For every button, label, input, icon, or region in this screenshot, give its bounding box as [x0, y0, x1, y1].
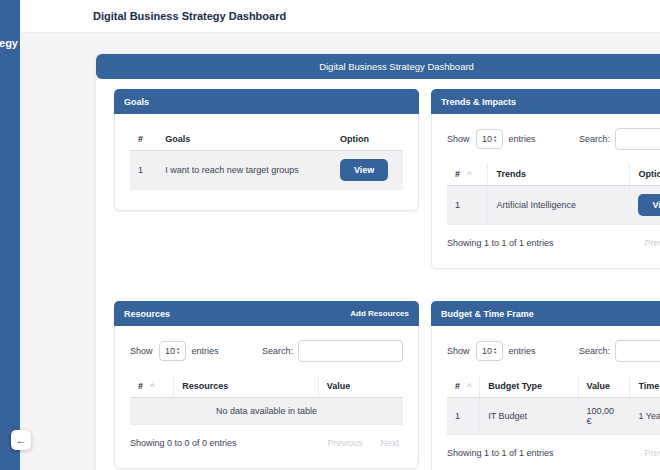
select-spinner-icon: ▴▾ — [177, 347, 179, 355]
trends-col-option: Option — [630, 163, 660, 186]
back-arrow-icon: ← — [16, 434, 27, 446]
goals-row-name: I want to reach new target groups — [157, 151, 332, 190]
trends-view-button[interactable]: View — [638, 194, 660, 216]
page-title: Digital Business Strategy Dashboard — [93, 10, 286, 22]
trends-panel: Trends & Impacts Show 10 ▴▾ entries — [431, 89, 660, 269]
dashboard-card: Digital Business Strategy Dashboard Goal… — [95, 53, 660, 470]
trends-row-num: 1 — [447, 186, 488, 225]
goals-col-name: Goals — [157, 128, 332, 151]
search-input[interactable] — [615, 128, 660, 150]
goals-panel: Goals # Goals Option 1 I want to re — [114, 89, 419, 211]
goals-panel-body: # Goals Option 1 I want to reach new tar… — [115, 114, 418, 210]
table-row: 1 IT Budget 100,00 € 1 Years — [447, 398, 660, 435]
resources-panel: Resources Add Resources Show 10 ▴▾ entri… — [114, 301, 419, 469]
resources-col-value[interactable]: Value — [318, 375, 403, 398]
trends-col-name[interactable]: Trends — [488, 163, 630, 186]
budget-panel: Budget & Time Frame Show 10 ▴▾ entries — [431, 301, 660, 470]
sort-asc-icon: ^ — [150, 382, 155, 391]
goals-row-num: 1 — [130, 151, 157, 190]
budget-row-type: IT Budget — [480, 398, 578, 435]
budget-row-num: 1 — [447, 398, 480, 435]
budget-col-type[interactable]: Budget Type — [480, 375, 578, 398]
sidebar-label: egy — [0, 37, 18, 49]
trends-table: #^ Trends Option 1 Artificial Intelligen… — [447, 163, 660, 225]
search-label: Search: — [579, 134, 610, 144]
entries-label: entries — [509, 134, 536, 144]
budget-info: Showing 1 to 1 of 1 entries — [447, 448, 554, 458]
goals-table: # Goals Option 1 I want to reach new tar… — [130, 128, 403, 190]
previous-button[interactable]: Previous — [327, 438, 362, 448]
budget-panel-title: Budget & Time Frame — [441, 309, 534, 319]
budget-panel-body: Show 10 ▴▾ entries Search: — [432, 326, 660, 470]
previous-button[interactable]: Previous — [644, 448, 660, 458]
resources-panel-title: Resources — [124, 309, 170, 319]
trends-row-name: Artificial Intelligence — [488, 186, 630, 225]
select-spinner-icon: ▴▾ — [494, 135, 496, 143]
table-row: 1 I want to reach new target groups View — [130, 151, 403, 190]
panels-grid: Goals # Goals Option 1 I want to re — [96, 79, 660, 470]
trends-info: Showing 1 to 1 of 1 entries — [447, 238, 554, 248]
entries-label: entries — [192, 346, 219, 356]
search-label: Search: — [579, 346, 610, 356]
page-size-select[interactable]: 10 ▴▾ — [159, 341, 186, 361]
budget-col-num[interactable]: #^ — [447, 375, 480, 398]
search-label: Search: — [262, 346, 293, 356]
resources-col-name[interactable]: Resources — [174, 375, 319, 398]
dashboard-banner: Digital Business Strategy Dashboard — [96, 54, 660, 79]
goals-view-button[interactable]: View — [340, 159, 388, 181]
goals-col-option: Option — [332, 128, 403, 151]
page-size-select[interactable]: 10 ▴▾ — [476, 129, 503, 149]
resources-info: Showing 0 to 0 of 0 entries — [130, 438, 237, 448]
resources-panel-header: Resources Add Resources — [114, 301, 419, 326]
search-input[interactable] — [298, 340, 403, 362]
add-resources-button[interactable]: Add Resources — [350, 309, 409, 318]
sort-asc-icon: ^ — [467, 170, 472, 179]
trends-panel-body: Show 10 ▴▾ entries Search: — [432, 114, 660, 268]
resources-col-num[interactable]: #^ — [130, 375, 174, 398]
trends-panel-title: Trends & Impacts — [441, 97, 516, 107]
resources-table: #^ Resources Value No data available in … — [130, 375, 403, 425]
budget-col-value[interactable]: Value — [578, 375, 630, 398]
next-button[interactable]: Next — [380, 438, 399, 448]
budget-row-value: 100,00 € — [578, 398, 630, 435]
goals-panel-header: Goals — [114, 89, 419, 114]
show-label: Show — [130, 346, 153, 356]
search-input[interactable] — [615, 340, 660, 362]
entries-label: entries — [509, 346, 536, 356]
budget-col-time[interactable]: Time Frame — [630, 375, 660, 398]
show-label: Show — [447, 134, 470, 144]
sort-asc-icon: ^ — [467, 382, 472, 391]
table-row: 1 Artificial Intelligence View — [447, 186, 660, 225]
top-header: Digital Business Strategy Dashboard — [20, 0, 660, 33]
trends-panel-header: Trends & Impacts — [431, 89, 660, 114]
collapse-sidebar-button[interactable]: ← — [11, 430, 31, 450]
empty-state-text: No data available in table — [130, 398, 403, 425]
empty-row: No data available in table — [130, 398, 403, 425]
goals-panel-title: Goals — [124, 97, 149, 107]
select-spinner-icon: ▴▾ — [494, 347, 496, 355]
budget-table: #^ Budget Type Value Time Frame 1 IT Bud… — [447, 375, 660, 435]
budget-row-time: 1 Years — [630, 398, 660, 435]
banner-title: Digital Business Strategy Dashboard — [319, 61, 474, 72]
left-sidebar: egy — [0, 0, 20, 470]
trends-col-num[interactable]: #^ — [447, 163, 488, 186]
previous-button[interactable]: Previous — [644, 238, 660, 248]
resources-panel-body: Show 10 ▴▾ entries Search: — [115, 326, 418, 468]
goals-col-num: # — [130, 128, 157, 151]
page-size-select[interactable]: 10 ▴▾ — [476, 341, 503, 361]
show-label: Show — [447, 346, 470, 356]
budget-panel-header: Budget & Time Frame — [431, 301, 660, 326]
